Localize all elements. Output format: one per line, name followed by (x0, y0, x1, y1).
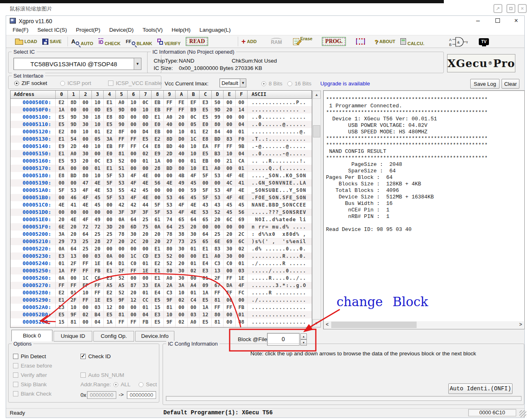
hex-byte[interactable]: E5 (152, 318, 164, 326)
hex-byte[interactable]: 65 (200, 216, 212, 223)
hex-byte[interactable]: 43 (200, 201, 212, 209)
hex-byte[interactable]: 20 (176, 113, 188, 121)
hex-byte[interactable]: E1 (200, 165, 212, 172)
hex-byte[interactable]: 41 (68, 201, 80, 209)
hex-byte[interactable]: 44 (140, 201, 152, 209)
hex-byte[interactable]: 41 (236, 179, 248, 187)
minimize-button[interactable]: – (472, 17, 484, 24)
hex-byte[interactable]: 01 (236, 260, 248, 267)
chevron-down-icon[interactable]: ▼ (240, 79, 246, 87)
hex-byte[interactable]: 80 (80, 172, 92, 179)
hex-byte[interactable]: 1A (200, 289, 212, 296)
hex-byte[interactable]: 00 (116, 252, 128, 260)
hex-byte[interactable]: 3F (140, 209, 152, 216)
hex-byte[interactable]: 53 (164, 209, 176, 216)
hex-byte[interactable]: 00 (164, 157, 176, 165)
hex-byte[interactable]: 30 (80, 121, 92, 128)
hex-byte[interactable]: CA (236, 157, 248, 165)
hex-byte[interactable]: 10 (92, 121, 104, 128)
hex-byte[interactable]: 80 (176, 165, 188, 172)
hex-byte[interactable]: 10 (224, 150, 236, 157)
hex-byte[interactable]: 00 (92, 209, 104, 216)
hex-byte[interactable]: 20 (224, 231, 236, 238)
hex-byte[interactable]: FF (164, 106, 176, 113)
menu-item[interactable]: Tools(V) (138, 26, 167, 35)
hex-byte[interactable]: 4F (188, 172, 200, 179)
hex-byte[interactable]: EB (152, 128, 164, 135)
hex-row[interactable]: 000052D0:E310000312800001158100001AFFFFF… (11, 326, 312, 328)
hex-byte[interactable]: 4F (128, 179, 140, 187)
hex-byte[interactable]: FF (224, 143, 236, 150)
hex-byte[interactable]: 13 (212, 267, 224, 274)
hex-byte[interactable]: 2A (164, 282, 176, 289)
hex-byte[interactable]: 12 (104, 304, 116, 311)
hex-byte[interactable]: FF (128, 267, 140, 274)
hex-byte[interactable]: 01 (140, 326, 152, 328)
hex-byte[interactable]: 30 (80, 150, 92, 157)
hex-byte[interactable]: 42 (128, 187, 140, 194)
hex-byte[interactable]: 33 (140, 282, 152, 289)
hex-byte[interactable]: 20 (92, 245, 104, 252)
hex-byte[interactable]: 49 (176, 179, 188, 187)
hex-byte[interactable]: 53 (164, 194, 176, 201)
verify-button[interactable]: VERIFY (157, 37, 180, 46)
zif-socket-radio[interactable]: ZIF socket (14, 80, 47, 86)
hex-byte[interactable]: 12 (104, 326, 116, 328)
hex-byte[interactable]: 9F (116, 296, 128, 304)
hex-byte[interactable]: 53 (116, 179, 128, 187)
hex-byte[interactable]: 9B (236, 143, 248, 150)
hex-byte[interactable]: 00 (104, 209, 116, 216)
hex-table[interactable]: Address0123456789ABCDEFASCII 000050E0:E2… (10, 90, 312, 328)
hex-byte[interactable]: 8D (116, 113, 128, 121)
fit-frame-icon[interactable] (506, 4, 515, 13)
hex-byte[interactable]: 8F (116, 128, 128, 135)
hex-byte[interactable]: 14 (236, 106, 248, 113)
hex-byte[interactable]: B9 (188, 106, 200, 113)
hex-byte[interactable]: 83 (224, 135, 236, 143)
hex-byte[interactable]: 1E (140, 267, 152, 274)
hex-byte[interactable]: 04 (140, 311, 152, 318)
hex-byte[interactable]: FF (80, 282, 92, 289)
hex-byte[interactable]: 56 (236, 209, 248, 216)
hex-byte[interactable]: E1 (104, 165, 116, 172)
hex-byte[interactable]: 20 (176, 260, 188, 267)
hex-byte[interactable]: 53 (212, 194, 224, 201)
hex-byte[interactable]: 10 (80, 128, 92, 135)
hex-byte[interactable]: 10 (188, 165, 200, 172)
hex-byte[interactable]: 2C (236, 231, 248, 238)
hex-byte[interactable]: 8D (164, 135, 176, 143)
hex-byte[interactable]: 2F (212, 274, 224, 282)
hex-byte[interactable]: 00 (212, 179, 224, 187)
hex-byte[interactable]: FF (116, 318, 128, 326)
hex-byte[interactable]: 4F (80, 216, 92, 223)
hex-byte[interactable]: FF (212, 326, 224, 328)
hex-byte[interactable]: B4 (92, 311, 104, 318)
hex-byte[interactable]: 3F (128, 209, 140, 216)
hex-byte[interactable]: 45 (188, 194, 200, 201)
hex-byte[interactable]: E2 (152, 135, 164, 143)
hex-byte[interactable]: FF (80, 260, 92, 267)
hex-byte[interactable]: EF (188, 99, 200, 106)
hex-byte[interactable]: 00 (128, 150, 140, 157)
hex-byte[interactable]: 00 (176, 121, 188, 128)
hex-byte[interactable]: 55 (116, 187, 128, 194)
hex-byte[interactable]: 3D (104, 223, 116, 231)
hex-row[interactable]: 000051F0:6E2072723D206D750A6425200000000… (11, 223, 312, 231)
hex-row[interactable]: 00005240:012FFF1EE4D1C001E2522001E4C3C00… (11, 260, 312, 267)
hex-byte[interactable]: D4 (140, 128, 152, 135)
about-button[interactable]: ?ABOUT (374, 38, 395, 45)
hex-byte[interactable]: 20 (116, 238, 128, 245)
hex-byte[interactable]: 21 (224, 157, 236, 165)
hex-byte[interactable]: 00 (56, 179, 68, 187)
hex-byte[interactable]: 02 (188, 267, 200, 274)
hex-byte[interactable]: FF (92, 289, 104, 296)
hex-byte[interactable]: 10 (68, 304, 80, 311)
log-panel[interactable]: ****************************************… (323, 90, 525, 329)
hex-byte[interactable]: 53 (164, 201, 176, 209)
hex-byte[interactable]: 78 (164, 231, 176, 238)
hex-byte[interactable]: E3 (200, 267, 212, 274)
hex-row[interactable]: 00005260:0A001CC6E3520000E1A03000012FFF1… (11, 274, 312, 282)
hex-row[interactable]: 00005250:1AFFFFFBE12FFF1EE1803002E313000… (11, 267, 312, 274)
hex-byte[interactable]: E3 (152, 311, 164, 318)
hex-byte[interactable]: 40 (176, 150, 188, 157)
